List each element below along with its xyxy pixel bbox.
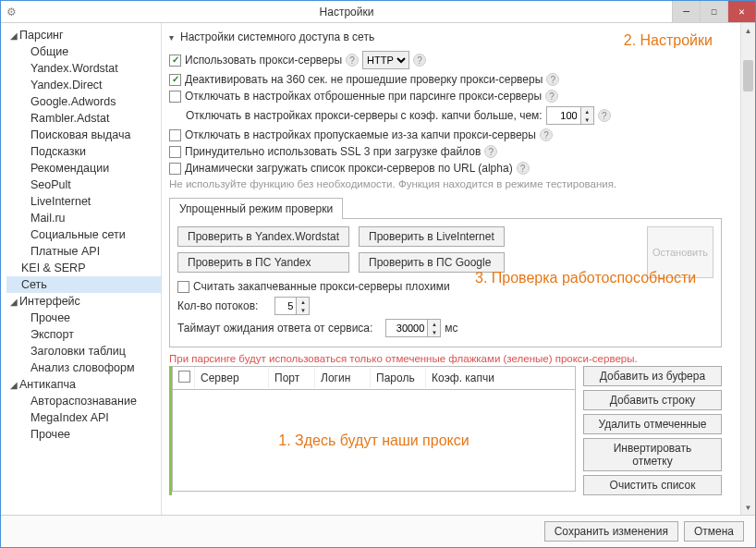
tree-item[interactable]: Автораспознавание <box>6 393 161 409</box>
tree-item[interactable]: Рекомендации <box>6 160 161 177</box>
tree-item[interactable]: Google.Adwords <box>6 93 161 110</box>
col-coef[interactable]: Коэф. капчи <box>426 368 575 388</box>
stop-button[interactable]: Остановить <box>647 226 713 278</box>
use-proxy-checkbox[interactable] <box>169 55 181 67</box>
cancel-button[interactable]: Отмена <box>684 521 744 542</box>
proxy-table: Сервер Порт Логин Пароль Коэф. капчи 1. … <box>169 366 576 495</box>
deactivate-360-checkbox[interactable] <box>169 74 181 86</box>
help-icon[interactable]: ? <box>484 145 497 158</box>
disable-skipped-checkbox[interactable] <box>169 129 181 141</box>
add-from-buffer-button[interactable]: Добавить из буфера <box>583 366 722 386</box>
tree-item[interactable]: Подсказки <box>6 143 161 160</box>
tree-group-label: Антикапча <box>19 378 76 391</box>
coef-stepper[interactable]: ▲▼ <box>546 106 594 125</box>
tree-item[interactable]: SeoPult <box>6 177 161 193</box>
check-ps-google-button[interactable]: Проверить в ПС Google <box>359 252 505 273</box>
spin-down-icon[interactable]: ▼ <box>428 328 440 336</box>
clear-list-button[interactable]: Очистить список <box>583 475 722 495</box>
tree-item[interactable]: Yandex.Direct <box>6 77 161 93</box>
help-icon[interactable]: ? <box>546 73 559 86</box>
section-title[interactable]: ▾Настройки системного доступа в сеть <box>169 29 722 49</box>
help-icon[interactable]: ? <box>598 109 611 122</box>
check-mode-tab[interactable]: Упрощенный режим проверки <box>169 198 343 219</box>
invert-selection-button[interactable]: Инвертировать отметку <box>583 438 722 471</box>
help-icon[interactable]: ? <box>413 54 426 67</box>
scroll-down-icon[interactable]: ▼ <box>741 500 755 515</box>
count-bad-label: Считать закапчеванные прокси-серверы пло… <box>193 280 450 293</box>
check-liveinternet-button[interactable]: Проверить в LiveInternet <box>359 226 505 247</box>
help-icon[interactable]: ? <box>545 90 558 103</box>
threads-stepper[interactable]: ▲▼ <box>274 297 310 315</box>
help-icon[interactable]: ? <box>517 162 530 175</box>
table-side-buttons: Добавить из буфера Добавить строку Удали… <box>583 366 722 495</box>
save-button[interactable]: Сохранить изменения <box>544 521 678 542</box>
tree-group-interface[interactable]: ◢Интерфейс <box>6 293 161 310</box>
tree-group-parsing[interactable]: ◢Парсинг <box>6 27 161 43</box>
disable-captcha-coef-label: Отключать в настройках прокси-серверы с … <box>186 109 543 122</box>
col-login[interactable]: Логин <box>315 368 371 388</box>
tree-item[interactable]: Анализ словоформ <box>6 359 161 376</box>
help-icon[interactable]: ? <box>346 54 359 67</box>
threads-label: Кол-во потоков: <box>177 299 258 312</box>
tree-group-anticaptcha[interactable]: ◢Антикапча <box>6 376 161 393</box>
settings-window: ⚙ Настройки ─ ☐ ✕ ◢Парсинг Общие Yandex.… <box>0 0 756 548</box>
table-header: Сервер Порт Логин Пароль Коэф. капчи <box>172 366 576 390</box>
spin-up-icon[interactable]: ▲ <box>297 298 309 306</box>
tree-item[interactable]: Mail.ru <box>6 210 161 226</box>
col-password[interactable]: Пароль <box>371 368 426 388</box>
count-bad-checkbox[interactable] <box>177 281 189 293</box>
timeout-label: Таймаут ожидания ответа от сервиса: <box>177 322 372 335</box>
close-button[interactable]: ✕ <box>727 1 755 22</box>
tree-item[interactable]: MegaIndex API <box>6 409 161 426</box>
col-port[interactable]: Порт <box>269 368 315 388</box>
delete-marked-button[interactable]: Удалить отмеченные <box>583 414 722 434</box>
tree-group-label: Интерфейс <box>19 295 80 308</box>
scroll-up-icon[interactable]: ▲ <box>741 23 755 38</box>
maximize-button[interactable]: ☐ <box>700 1 727 22</box>
threads-input[interactable] <box>275 298 296 314</box>
spin-up-icon[interactable]: ▲ <box>581 107 593 116</box>
spin-up-icon[interactable]: ▲ <box>428 320 440 328</box>
tree-item[interactable]: LiveInternet <box>6 193 161 210</box>
tree-item[interactable]: Rambler.Adstat <box>6 110 161 127</box>
add-row-button[interactable]: Добавить строку <box>583 390 722 410</box>
content-area: ◢Парсинг Общие Yandex.Wordstat Yandex.Di… <box>1 23 755 515</box>
check-ps-yandex-button[interactable]: Проверить в ПС Yandex <box>177 252 349 273</box>
tree-group-kei[interactable]: KEI & SERP <box>6 260 161 276</box>
spin-down-icon[interactable]: ▼ <box>297 306 309 314</box>
dynamic-load-checkbox[interactable] <box>169 163 181 175</box>
tree-item[interactable]: Социальные сети <box>6 226 161 243</box>
annotation-1: 1. Здесь будут наши прокси <box>278 432 469 449</box>
force-ssl3-checkbox[interactable] <box>169 146 181 158</box>
window-title: Настройки <box>21 6 672 18</box>
disable-rejected-label: Отключать в настройках отброшенные при п… <box>185 90 542 103</box>
coef-input[interactable] <box>547 107 580 124</box>
disable-skipped-label: Отключать в настройках пропускаемые из-з… <box>185 128 536 141</box>
proxy-type-select[interactable]: HTTP <box>362 51 409 69</box>
disable-rejected-checkbox[interactable] <box>169 91 181 103</box>
tree-item[interactable]: Yandex.Wordstat <box>6 60 161 77</box>
help-icon[interactable]: ? <box>540 128 553 141</box>
select-all-checkbox[interactable] <box>178 371 190 383</box>
tree-item[interactable]: Поисковая выдача <box>6 127 161 143</box>
scroll-thumb[interactable] <box>743 60 753 91</box>
table-body: 1. Здесь будут наши прокси <box>172 390 576 492</box>
tree-item[interactable]: Экспорт <box>6 326 161 343</box>
tree-item[interactable]: Общие <box>6 43 161 60</box>
tree-item-network[interactable]: Сеть <box>6 276 161 293</box>
tree-item[interactable]: Прочее <box>6 426 161 443</box>
gear-icon: ⚙ <box>1 6 21 18</box>
alpha-note: Не используйте функцию без необходимости… <box>169 177 722 193</box>
col-server[interactable]: Сервер <box>195 368 269 388</box>
timeout-stepper[interactable]: ▲▼ <box>385 319 441 337</box>
spin-down-icon[interactable]: ▼ <box>581 116 593 124</box>
minimize-button[interactable]: ─ <box>672 1 700 22</box>
timeout-input[interactable] <box>386 320 427 336</box>
dynamic-load-label: Динамически загружать список прокси-серв… <box>185 162 513 175</box>
check-wordstat-button[interactable]: Проверить в Yandex.Wordstat <box>177 226 349 247</box>
sidebar-tree: ◢Парсинг Общие Yandex.Wordstat Yandex.Di… <box>1 23 162 515</box>
tree-item[interactable]: Заголовки таблиц <box>6 343 161 359</box>
tree-item[interactable]: Прочее <box>6 310 161 326</box>
tree-item[interactable]: Платные API <box>6 243 161 260</box>
vertical-scrollbar[interactable]: ▲ ▼ <box>740 23 755 515</box>
